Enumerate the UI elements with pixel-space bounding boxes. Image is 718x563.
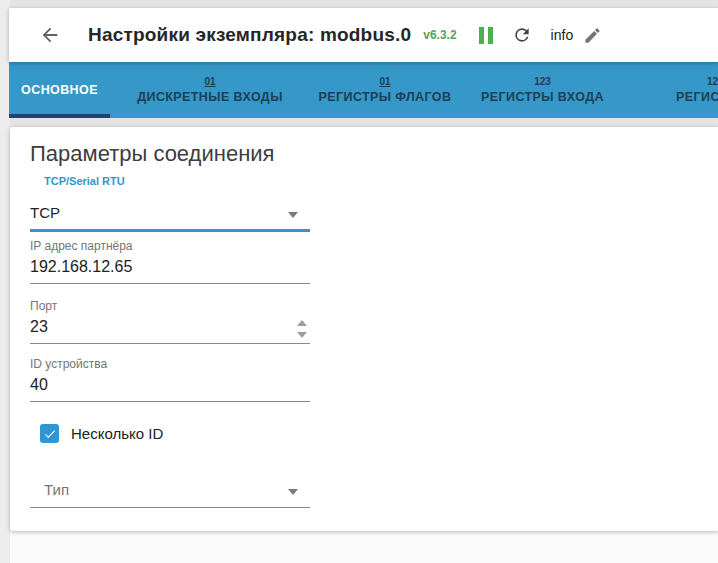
pencil-icon [583, 26, 602, 45]
tab-badge: 123 [534, 76, 551, 87]
ip-address-field: IP адрес партнёра [30, 239, 310, 284]
section-title: Параметры соединения [30, 141, 274, 167]
version-badge: v6.3.2 [423, 28, 456, 42]
multiple-ids-row[interactable]: Несколько ID [40, 424, 163, 443]
connection-type-select[interactable]: TCP [30, 198, 310, 232]
device-id-input[interactable] [30, 371, 310, 402]
port-input[interactable] [30, 313, 310, 344]
chevron-down-icon [288, 489, 298, 495]
tab-label: РЕГИСТРЫ ВХОДА [481, 90, 604, 104]
settings-card: Параметры соединения TCP/Serial RTU TCP … [10, 127, 718, 531]
checkmark-icon [43, 427, 57, 441]
pause-button[interactable] [479, 27, 493, 44]
chevron-down-icon [288, 212, 298, 218]
active-tab-indicator [9, 114, 110, 118]
pause-icon [479, 27, 484, 44]
info-link[interactable]: info [551, 27, 574, 43]
tab-bar: ОСНОВНОЕ 01 ДИСКРЕТНЫЕ ВХОДЫ 01 РЕГИСТРЫ… [9, 62, 718, 118]
header-bar: Настройки экземпляра: modbus.0 v6.3.2 in… [9, 8, 718, 62]
type-select-label: Тип [30, 481, 69, 498]
ip-address-label: IP адрес партнёра [30, 239, 310, 253]
connection-type-value: TCP [30, 204, 60, 221]
device-id-label: ID устройства [30, 357, 310, 371]
tab-badge: 12 [707, 76, 718, 87]
refresh-button[interactable] [512, 25, 532, 45]
arrow-left-icon [39, 24, 61, 46]
port-field: Порт [30, 299, 310, 344]
stepper-down-icon [297, 332, 307, 338]
type-select[interactable]: Тип [30, 475, 310, 508]
multiple-ids-checkbox[interactable] [40, 424, 59, 443]
multiple-ids-label: Несколько ID [71, 425, 163, 442]
tab-badge: 01 [204, 76, 215, 87]
tab-label: РЕГИСТРЫ ФЛАГОВ [319, 90, 452, 104]
tab-discrete-inputs[interactable]: 01 ДИСКРЕТНЫЕ ВХОДЫ [110, 62, 310, 118]
section-subtitle: TCP/Serial RTU [44, 175, 125, 187]
tab-main[interactable]: ОСНОВНОЕ [9, 62, 110, 118]
tab-label: ДИСКРЕТНЫЕ ВХОДЫ [137, 90, 283, 104]
back-button[interactable] [38, 23, 62, 47]
tab-badge: 01 [379, 76, 390, 87]
tab-holding-registers[interactable]: 12 РЕГИСТРЫ [625, 62, 718, 118]
number-stepper[interactable] [296, 320, 308, 338]
device-id-field: ID устройства [30, 357, 310, 402]
tab-label: РЕГИСТРЫ [676, 90, 718, 104]
instance-settings-window: Настройки экземпляра: modbus.0 v6.3.2 in… [0, 0, 718, 563]
refresh-icon [512, 25, 532, 45]
page-title: Настройки экземпляра: modbus.0 [88, 24, 411, 46]
tab-input-registers[interactable]: 123 РЕГИСТРЫ ВХОДА [460, 62, 625, 118]
port-label: Порт [30, 299, 310, 313]
tab-label: ОСНОВНОЕ [21, 83, 98, 97]
stepper-up-icon [297, 320, 307, 326]
edit-button[interactable] [583, 26, 602, 45]
tab-coils[interactable]: 01 РЕГИСТРЫ ФЛАГОВ [310, 62, 460, 118]
ip-address-input[interactable] [30, 253, 310, 284]
